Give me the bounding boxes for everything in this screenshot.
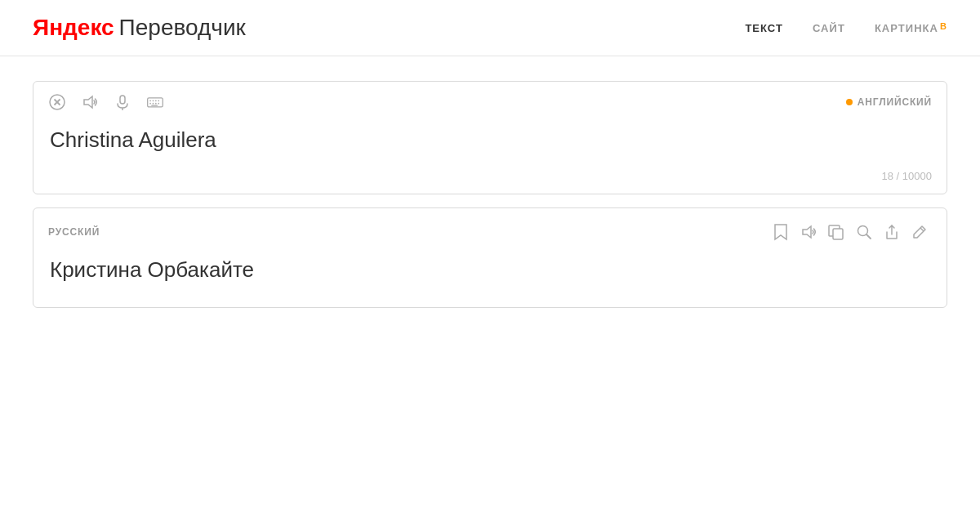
source-toolbar: АНГЛИЙСКИЙ bbox=[33, 82, 947, 119]
target-lang-label: РУССКИЙ bbox=[48, 226, 100, 238]
clear-icon[interactable] bbox=[48, 93, 66, 111]
target-panel: РУССКИЙ bbox=[33, 207, 947, 308]
mic-icon[interactable] bbox=[114, 93, 131, 111]
target-toolbar: РУССКИЙ bbox=[33, 208, 947, 252]
nav-item-text[interactable]: ТЕКСТ bbox=[745, 22, 783, 34]
source-lang-label: АНГЛИЙСКИЙ bbox=[858, 96, 932, 108]
lang-dot bbox=[846, 99, 853, 105]
main-content: АНГЛИЙСКИЙ Christina Aguilera 18 / 10000… bbox=[0, 56, 980, 346]
speaker-icon[interactable] bbox=[81, 93, 99, 111]
main-nav: ТЕКСТ САЙТ КАРТИНКАв bbox=[745, 22, 947, 34]
svg-marker-16 bbox=[775, 225, 786, 239]
svg-rect-4 bbox=[120, 96, 125, 104]
share-icon[interactable] bbox=[880, 220, 904, 244]
source-text[interactable]: Christina Aguilera bbox=[33, 119, 947, 194]
nav-item-site[interactable]: САЙТ bbox=[813, 22, 845, 34]
logo: Яндекс Переводчик bbox=[33, 15, 246, 41]
copy-icon[interactable] bbox=[824, 220, 849, 244]
char-count: 18 / 10000 bbox=[882, 170, 932, 182]
source-lang-indicator: АНГЛИЙСКИЙ bbox=[846, 96, 932, 108]
svg-rect-18 bbox=[833, 229, 843, 239]
logo-service: Переводчик bbox=[119, 15, 246, 41]
header: Яндекс Переводчик ТЕКСТ САЙТ КАРТИНКАв bbox=[0, 0, 980, 56]
target-text: Кристина Орбакайте bbox=[33, 252, 947, 307]
search-icon[interactable] bbox=[852, 220, 876, 244]
source-panel: АНГЛИЙСКИЙ Christina Aguilera 18 / 10000 bbox=[33, 81, 947, 194]
svg-line-22 bbox=[920, 228, 924, 231]
edit-icon[interactable] bbox=[907, 220, 932, 244]
svg-marker-17 bbox=[803, 226, 811, 238]
keyboard-icon[interactable] bbox=[146, 93, 164, 111]
beta-badge: в bbox=[940, 22, 947, 31]
nav-item-image[interactable]: КАРТИНКАв bbox=[875, 22, 947, 34]
bookmark-icon[interactable] bbox=[768, 220, 793, 244]
logo-yandex[interactable]: Яндекс bbox=[33, 15, 114, 41]
target-speaker-icon[interactable] bbox=[796, 220, 821, 244]
svg-line-20 bbox=[866, 234, 871, 239]
svg-marker-3 bbox=[84, 96, 92, 108]
